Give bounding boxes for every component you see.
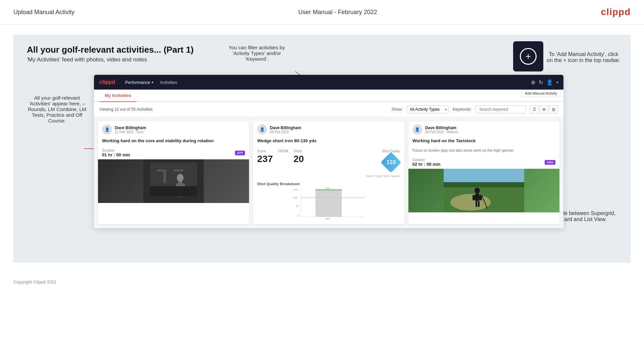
shot-quality-chart: 110 100 50 0 110 — [257, 187, 400, 220]
filter-bar: Viewing 12 out of 55 Activities Show: Al… — [94, 102, 563, 117]
left-side-annotation: All your golf-relevant 'Activities' appe… — [23, 95, 91, 123]
svg-rect-28 — [315, 190, 342, 217]
show-label: Show: — [392, 107, 403, 112]
gym-image-svg — [143, 159, 204, 203]
chart-area: 110 100 50 0 110 — [253, 187, 404, 224]
add-manual-annotation-text: To 'Add Manual Activity', click on the +… — [547, 51, 620, 63]
cards-row: 👤 Dave Billingham 11 Feb 2022 · Gym Work… — [94, 117, 563, 228]
view-toggle-group: ☰ ⊞ ▤ — [530, 105, 558, 113]
copyright-text: Copyright Clippd 2021 — [13, 279, 57, 285]
add-icon[interactable]: ⊕ — [531, 79, 535, 86]
keywords-label: Keywords: — [453, 107, 472, 112]
nav-activities[interactable]: Activities — [160, 80, 177, 85]
user-name-3: Dave Billingham — [425, 125, 555, 130]
top-bar: Upload Manual Activity User Manual - Feb… — [0, 0, 644, 24]
app-logo: clippd — [99, 79, 115, 85]
footer: Copyright Clippd 2021 — [0, 273, 644, 291]
upload-manual-activity-label: Upload Manual Activity — [13, 9, 75, 16]
activity-card-gym: 👤 Dave Billingham 11 Feb 2022 · Gym Work… — [98, 121, 249, 224]
card-description-3: Focus on bunker play, but also some work… — [408, 147, 559, 156]
svg-rect-38 — [475, 194, 479, 201]
user-meta-3: 08 Feb 2022 · Woburn — [425, 130, 555, 134]
svg-text:50: 50 — [296, 205, 299, 208]
user-meta-2: 09 Feb 2022 — [270, 130, 400, 134]
svg-point-14 — [177, 174, 184, 182]
chevron-nav-icon: ▾ — [556, 81, 558, 84]
badge-arg: ARG — [545, 160, 555, 165]
performance-label: Performance — [125, 80, 150, 85]
activity-card-tavistock: 👤 Dave Billingham 08 Feb 2022 · Woburn W… — [408, 121, 559, 224]
supergrid-view-button[interactable]: ▤ — [549, 105, 558, 113]
svg-rect-13 — [174, 169, 184, 171]
list-view-button[interactable]: ☰ — [530, 105, 539, 113]
duration-label-3: Duration — [412, 158, 441, 162]
score-label: Score — [257, 149, 273, 153]
user-info-2: Dave Billingham 09 Feb 2022 — [270, 125, 400, 134]
main-subheading: 'My Activities' feed with photos, video … — [27, 56, 194, 63]
chevron-down-icon: ▾ — [152, 81, 153, 84]
activity-type-select-wrap[interactable]: All Activity Types — [407, 105, 449, 113]
duration-value-3: 02 hr : 00 min — [412, 162, 441, 167]
avatar-2: 👤 — [257, 124, 267, 135]
shot-quality-badge: 110 — [381, 152, 401, 173]
svg-rect-12 — [157, 169, 167, 171]
tab-bar: My Activities — [94, 90, 563, 102]
main-content-area: All your golf-relevant activities... (Pa… — [13, 35, 631, 263]
refresh-icon[interactable]: ↻ — [539, 79, 543, 86]
breakdown-label: Shot Quality Breakdown — [253, 180, 404, 187]
svg-rect-39 — [473, 195, 475, 200]
user-icon[interactable]: 👤 — [546, 79, 553, 86]
svg-text:0: 0 — [298, 214, 299, 217]
grid-view-button[interactable]: ⊞ — [540, 105, 548, 113]
duration-value-1: 01 hr : 00 min — [102, 152, 130, 157]
main-heading-block: All your golf-relevant activities... (Pa… — [27, 45, 194, 63]
card-title-1: Working hard on the core and stability d… — [98, 138, 249, 147]
badge-ott: OTT — [235, 151, 245, 155]
shot-quality-value: 110 — [387, 159, 396, 165]
card-stats-2: Score 237 FROM Shots 20 Shot Quality — [253, 147, 404, 174]
app-mockup: clippd Performance ▾ Activities ⊕ ↻ 👤 ▾ … — [94, 75, 563, 228]
filter-annotation-text: You can filter activities by 'Activity T… — [229, 45, 285, 62]
avatar-1: 👤 — [102, 124, 112, 135]
shots-from: FROM — [278, 149, 288, 153]
svg-text:APP: APP — [326, 217, 331, 220]
activity-card-wedge: 👤 Dave Billingham 09 Feb 2022 Wedge shor… — [253, 121, 404, 224]
user-info-3: Dave Billingham 08 Feb 2022 · Woburn — [425, 125, 555, 134]
activity-type-select[interactable]: All Activity Types — [407, 105, 449, 113]
shots-value: 20 — [294, 154, 304, 164]
card-title-2: Wedge short iron 80-130 yds — [253, 138, 404, 147]
card-title-3: Working hard on the Tavistock — [408, 138, 559, 147]
left-annotation-text: All your golf-relevant 'Activities' appe… — [28, 95, 86, 123]
score-value: 237 — [257, 154, 273, 164]
svg-rect-42 — [478, 201, 480, 207]
viewing-count: Viewing 12 out of 55 Activities — [99, 107, 388, 112]
card-duration-3: Duration 02 hr : 00 min ARG — [408, 156, 559, 169]
add-manual-annotation: To 'Add Manual Activity', click on the +… — [547, 51, 621, 63]
nav-performance[interactable]: Performance ▾ — [125, 80, 153, 85]
score-block: Score 237 — [257, 149, 273, 164]
user-info-1: Dave Billingham 11 Feb 2022 · Gym — [115, 125, 245, 134]
add-manual-tooltip: Add Manual Activity — [521, 90, 561, 97]
shot-quality-wrap: Shot Quality 110 — [382, 149, 400, 171]
navbar-right: ⊕ ↻ 👤 ▾ — [531, 79, 558, 86]
filter-annotation: You can filter activities by 'Activity T… — [221, 45, 292, 62]
svg-rect-41 — [476, 201, 477, 207]
clippd-logo: clippd — [601, 7, 631, 17]
shots-count-block: Shots 20 — [294, 149, 304, 164]
card-gym-header: 👤 Dave Billingham 11 Feb 2022 · Gym — [98, 121, 249, 138]
manual-title: User Manual - February 2022 — [298, 9, 377, 16]
shots-block: FROM — [278, 149, 288, 154]
plus-circle-icon: + — [520, 48, 537, 65]
user-name-1: Dave Billingham — [115, 125, 245, 130]
keyword-search-input[interactable] — [476, 105, 526, 113]
card-image-gym — [98, 159, 249, 203]
main-heading: All your golf-relevant activities... (Pa… — [27, 45, 194, 55]
my-activities-tab[interactable]: My Activities — [99, 90, 137, 102]
card-wedge-header: 👤 Dave Billingham 09 Feb 2022 — [253, 121, 404, 138]
svg-text:110: 110 — [293, 188, 298, 191]
svg-text:100: 100 — [293, 196, 298, 199]
data-source: Data: Clippd Test Capture — [253, 174, 404, 180]
svg-rect-10 — [150, 163, 197, 190]
user-name-2: Dave Billingham — [270, 125, 400, 130]
add-manual-activity-button[interactable]: + — [513, 41, 543, 71]
